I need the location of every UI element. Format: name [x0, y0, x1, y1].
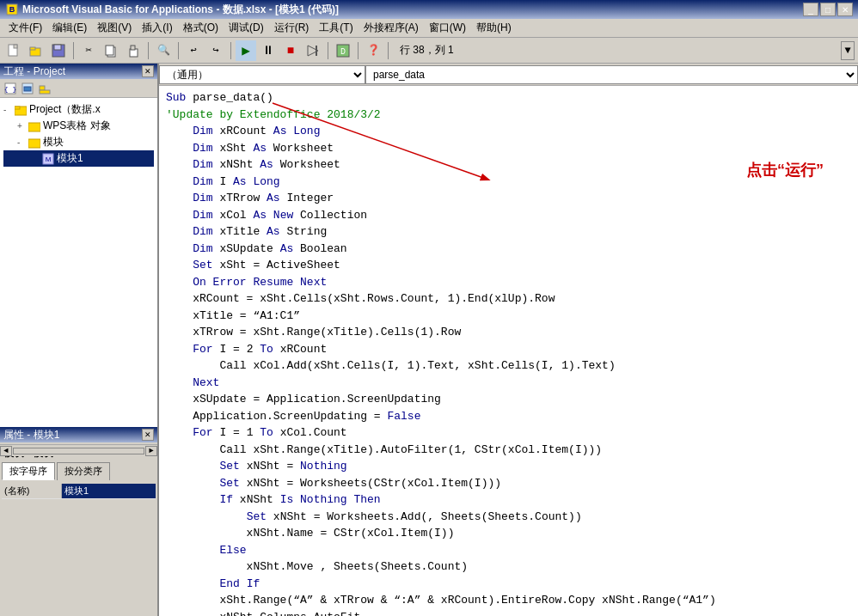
toolbar-redo-btn[interactable]: ↪	[205, 40, 226, 61]
main-layout: 工程 - Project ✕ { } -	[0, 64, 858, 616]
code-line-13: xTitle = “A1:C1”	[166, 308, 851, 325]
module1-icon: M	[41, 152, 55, 166]
maximize-button[interactable]: □	[820, 3, 836, 16]
svg-rect-3	[14, 45, 17, 48]
project-icon	[14, 103, 28, 117]
app-icon: B	[5, 3, 19, 16]
toolbar-design-btn[interactable]: D	[333, 40, 353, 61]
project-toggle-folders[interactable]	[36, 80, 53, 97]
close-button[interactable]: ✕	[837, 3, 853, 16]
toolbar-sep-5	[328, 42, 328, 59]
svg-rect-25	[28, 139, 40, 148]
toolbar-copy-btn[interactable]	[101, 40, 121, 61]
toolbar-pause-btn[interactable]: ⏸	[258, 40, 279, 61]
properties-table: (名称) 模块1	[2, 484, 156, 499]
menu-insert[interactable]: 插入(I)	[137, 19, 177, 37]
proc-select[interactable]: parse_data	[365, 65, 858, 84]
toolbar-save-btn[interactable]	[48, 40, 69, 61]
svg-rect-23	[15, 107, 20, 109]
menu-view[interactable]: 视图(V)	[92, 19, 137, 37]
toolbar-new-btn[interactable]	[3, 40, 24, 61]
toolbar-paste-btn[interactable]	[123, 40, 144, 61]
code-toolbar: （通用） parse_data	[159, 64, 858, 86]
project-tree: - Project（数据.x + WPS表格 对象 -	[0, 98, 157, 444]
code-line-6: Dim xTRrow As Integer	[166, 190, 851, 207]
code-line-27: Else	[166, 542, 851, 559]
toolbar-sep-3	[178, 42, 179, 59]
code-line-18: xSUpdate = Application.ScreenUpdating	[166, 391, 851, 408]
svg-rect-5	[30, 47, 35, 50]
menu-format[interactable]: 格式(O)	[178, 19, 224, 37]
project-panel-close[interactable]: ✕	[142, 65, 154, 77]
properties-panel-title: 属性 - 模块1	[3, 428, 59, 442]
menu-run[interactable]: 运行(R)	[269, 19, 315, 37]
toolbar-cut-btn[interactable]: ✂	[78, 40, 99, 61]
tree-item-project[interactable]: - Project（数据.x	[3, 101, 154, 118]
toolbar-help-btn[interactable]: ❓	[363, 40, 383, 61]
menu-debug[interactable]: 调试(D)	[224, 19, 269, 37]
object-select[interactable]: （通用）	[159, 65, 365, 84]
code-line-11: On Error Resume Next	[166, 274, 851, 291]
toolbar-stop-btn[interactable]: ■	[280, 40, 301, 61]
scroll-right[interactable]: ►	[145, 446, 157, 456]
code-line-2: Dim xRCount As Long	[166, 123, 851, 140]
code-line-29: End If	[166, 576, 851, 593]
code-line-25: Set xNSht = Worksheets.Add(, Sheets(Shee…	[166, 509, 851, 526]
code-line-28: xNSht.Move , Sheets(Sheets.Count)	[166, 558, 851, 576]
tree-item-module1[interactable]: M 模块1	[3, 150, 154, 167]
scroll-left[interactable]: ◄	[0, 446, 12, 456]
svg-rect-20	[40, 86, 45, 90]
toolbar-sep-2	[148, 42, 149, 59]
properties-panel-header: 属性 - 模块1 ✕	[0, 427, 157, 442]
code-line-19: Application.ScreenUpdating = False	[166, 408, 851, 425]
code-line-23: Set xNSht = Worksheets(CStr(xCol.Item(I)…	[166, 475, 851, 492]
window-title: Microsoft Visual Basic for Applications …	[22, 3, 803, 17]
menu-file[interactable]: 文件(F)	[3, 19, 47, 37]
menu-edit[interactable]: 编辑(E)	[47, 19, 92, 37]
toolbar-undo-btn[interactable]: ↩	[183, 40, 204, 61]
code-line-4: Dim xNSht As Worksheet	[166, 156, 851, 174]
menu-help[interactable]: 帮助(H)	[471, 19, 517, 37]
code-line-5: Dim I As Long	[166, 174, 851, 191]
props-tab-category[interactable]: 按分类序	[57, 462, 110, 480]
project-view-object[interactable]	[19, 80, 36, 97]
menu-addins[interactable]: 外接程序(A)	[359, 19, 424, 37]
code-line-0: Sub parse_data()	[166, 89, 851, 107]
toolbar-open-btn[interactable]	[26, 40, 46, 61]
modules-icon	[28, 136, 41, 149]
toolbar-run-btn[interactable]: ▶	[236, 40, 256, 61]
code-line-7: Dim xCol As New Collection	[166, 207, 851, 224]
wps-icon	[28, 119, 41, 133]
properties-tabs: 按字母序 按分类序	[2, 462, 156, 480]
toolbar-reset-btn[interactable]	[303, 40, 323, 61]
props-tab-alpha[interactable]: 按字母序	[2, 462, 55, 480]
minimize-button[interactable]: _	[803, 3, 818, 16]
toolbar-scroll-btn[interactable]: ▼	[841, 41, 855, 60]
toolbar: ✂ 🔍 ↩ ↪ ▶ ⏸ ■ D ❓ 行 38，列 1 ▼	[0, 38, 858, 64]
props-key-name: (名称)	[2, 484, 62, 498]
props-val-name[interactable]: 模块1	[62, 484, 156, 498]
expand-project[interactable]: -	[3, 105, 14, 114]
code-panel: （通用） parse_data 点击“运行” Sub parse_data()	[159, 64, 858, 616]
tree-item-wps[interactable]: + WPS表格 对象	[3, 118, 154, 134]
left-panel: 工程 - Project ✕ { } -	[0, 64, 159, 616]
tree-item-modules[interactable]: - 模块	[3, 134, 154, 150]
code-line-22: Set xNSht = Nothing	[166, 458, 851, 475]
code-line-9: Dim xSUpdate As Boolean	[166, 241, 851, 258]
project-panel-title: 工程 - Project	[3, 64, 65, 79]
code-editor[interactable]: 点击“运行” Sub parse_data() 'Update by Exten…	[159, 86, 858, 616]
code-line-14: xTRrow = xSht.Range(xTitle).Cells(1).Row	[166, 324, 851, 341]
position-indicator: 行 38，列 1	[400, 43, 454, 58]
expand-wps[interactable]: +	[17, 121, 28, 131]
code-line-3: Dim xSht As Worksheet	[166, 140, 851, 157]
code-line-1: 'Update by Extendoffice 2018/3/2	[166, 107, 851, 124]
menu-window[interactable]: 窗口(W)	[424, 19, 471, 37]
menu-tools[interactable]: 工具(T)	[314, 19, 358, 37]
code-line-24: If xNSht Is Nothing Then	[166, 491, 851, 509]
expand-modules[interactable]: -	[17, 137, 28, 147]
properties-panel-close[interactable]: ✕	[142, 429, 154, 441]
modules-label: 模块	[43, 135, 64, 149]
svg-text:{ }: { }	[4, 85, 16, 93]
project-view-code[interactable]: { }	[2, 80, 19, 97]
toolbar-find-btn[interactable]: 🔍	[153, 40, 174, 61]
